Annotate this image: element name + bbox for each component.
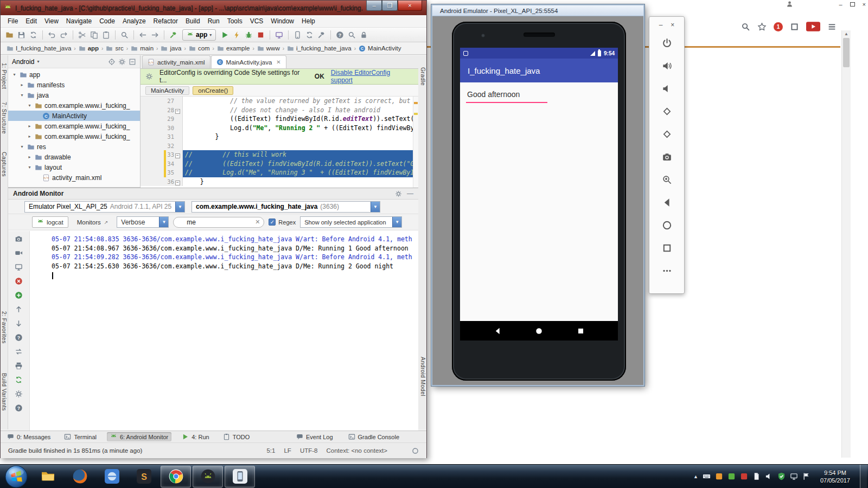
expand-arrow-icon[interactable]: ▸ bbox=[19, 82, 25, 87]
menu-refactor[interactable]: Refactor bbox=[150, 16, 182, 26]
wrap-button[interactable] bbox=[14, 346, 24, 356]
project-view-selector[interactable]: Android bbox=[12, 58, 34, 66]
lock-button[interactable] bbox=[358, 29, 369, 41]
tool-tab-0-messages[interactable]: 0: Messages bbox=[4, 432, 54, 441]
screen-record-button[interactable] bbox=[14, 248, 24, 258]
gradle-sync-button[interactable] bbox=[304, 29, 315, 41]
editor-crumb[interactable]: MainActivity bbox=[145, 86, 189, 95]
emulator-camera-button[interactable] bbox=[656, 146, 678, 168]
minimize-panel-icon[interactable]: — bbox=[407, 190, 413, 197]
expand-arrow-icon[interactable]: ▾ bbox=[11, 72, 17, 77]
tool-tab-todo[interactable]: TODO bbox=[220, 432, 253, 441]
back-button[interactable] bbox=[137, 29, 149, 41]
taskbar-firefox-button[interactable] bbox=[65, 466, 95, 487]
nav-home-button[interactable] bbox=[535, 327, 543, 335]
expand-arrow-icon[interactable]: ▾ bbox=[27, 165, 33, 170]
help-button[interactable]: ? bbox=[14, 332, 24, 342]
stop-button[interactable] bbox=[255, 29, 266, 41]
bolt-button[interactable] bbox=[231, 29, 242, 41]
tree-item[interactable]: ▸ com.example.www.i_fucking_ bbox=[8, 131, 140, 142]
menu-window[interactable]: Window bbox=[267, 16, 298, 26]
breadcrumb-item[interactable]: i_fucking_hate_java bbox=[286, 45, 352, 52]
forward-button[interactable] bbox=[149, 29, 161, 41]
tool-button--structure[interactable]: 7: Structure bbox=[1, 102, 8, 134]
scope-icon[interactable] bbox=[108, 58, 116, 66]
regex-checkbox[interactable]: ✓ Regex bbox=[269, 219, 296, 226]
breadcrumb-item[interactable]: com bbox=[188, 45, 210, 52]
line-separator[interactable]: LF bbox=[284, 447, 291, 454]
menu-vcs[interactable]: VCS bbox=[246, 16, 267, 26]
save-button[interactable] bbox=[16, 29, 27, 41]
gear-icon[interactable] bbox=[118, 58, 126, 66]
collapse-all-icon[interactable] bbox=[129, 58, 136, 66]
log-level-selector[interactable]: Verbose ▼ bbox=[117, 216, 169, 228]
scrollbar-thumb[interactable] bbox=[843, 38, 850, 67]
youtube-icon[interactable] bbox=[806, 22, 820, 31]
emulator-rotate-left-button[interactable] bbox=[656, 100, 678, 122]
editor-tab[interactable]: CMainActivity.java✕ bbox=[211, 55, 286, 68]
undo-button[interactable] bbox=[46, 29, 58, 41]
breadcrumb-item[interactable]: example bbox=[216, 45, 250, 52]
browser-scrollbar[interactable]: ▲ bbox=[841, 30, 851, 458]
emulator-zoom-button[interactable] bbox=[656, 169, 678, 190]
breadcrumb-item[interactable]: app bbox=[78, 45, 99, 52]
close-tab-icon[interactable]: ✕ bbox=[276, 59, 280, 65]
tree-item[interactable]: ▸ com.example.www.i_fucking_ bbox=[8, 121, 140, 131]
fold-marker[interactable]: − bbox=[174, 150, 181, 159]
gear-icon[interactable] bbox=[395, 190, 402, 197]
screenshot-button[interactable] bbox=[14, 234, 24, 243]
extension-icon[interactable] bbox=[790, 22, 799, 31]
emulator-overview-button[interactable] bbox=[656, 237, 678, 259]
find-button[interactable] bbox=[119, 29, 130, 41]
editor-tab[interactable]: </>activity_main.xml bbox=[142, 55, 210, 68]
help2-button[interactable]: ? bbox=[14, 403, 24, 413]
volume-icon[interactable] bbox=[765, 472, 773, 480]
caret-position[interactable]: 5:1 bbox=[266, 447, 275, 454]
tray-clock[interactable]: 9:54 PM 07/05/2017 bbox=[815, 469, 856, 484]
fold-marker[interactable]: − bbox=[174, 106, 181, 115]
avd-button[interactable] bbox=[292, 29, 303, 41]
hidden-items-icon[interactable]: ▲ bbox=[693, 474, 698, 479]
expand-arrow-icon[interactable]: ▸ bbox=[27, 124, 33, 129]
tree-item[interactable]: </> activity_main.xml bbox=[8, 172, 140, 183]
close-button[interactable] bbox=[14, 276, 24, 286]
lock-icon[interactable] bbox=[396, 447, 403, 454]
tool-tab-terminal[interactable]: Terminal bbox=[61, 432, 100, 441]
clear-search-icon[interactable]: ✕ bbox=[255, 219, 260, 226]
tool-tab-4-run[interactable]: 4: Run bbox=[178, 432, 212, 441]
dropdown-arrow-icon[interactable]: ▼ bbox=[175, 202, 184, 212]
tool-button--project[interactable]: 1: Project bbox=[1, 63, 8, 89]
print-button[interactable] bbox=[14, 361, 24, 370]
tool-tab-gradle-console[interactable]: Gradle Console bbox=[345, 432, 403, 441]
profile-person-icon[interactable] bbox=[786, 1, 793, 9]
expand-arrow-icon[interactable]: ▾ bbox=[19, 144, 25, 149]
nav-overview-button[interactable] bbox=[577, 327, 585, 335]
emulator-back-button[interactable] bbox=[656, 191, 678, 213]
tool-button-build-variants[interactable]: Build Variants bbox=[1, 373, 8, 411]
tree-item[interactable]: ▾ app bbox=[8, 69, 140, 80]
monitor-button[interactable] bbox=[273, 29, 285, 41]
dropdown-arrow-icon[interactable]: ▼ bbox=[392, 217, 401, 227]
gauge-icon[interactable] bbox=[412, 447, 419, 454]
document-icon[interactable] bbox=[752, 472, 761, 480]
search-button[interactable] bbox=[346, 29, 358, 41]
expand-arrow-icon[interactable]: ▸ bbox=[27, 155, 33, 159]
expand-arrow-icon[interactable]: ▾ bbox=[27, 103, 33, 108]
run-config-selector[interactable]: app▾ bbox=[182, 29, 216, 41]
dropdown-arrow-icon[interactable]: ▼ bbox=[371, 202, 380, 212]
copy-button[interactable] bbox=[88, 29, 100, 41]
device-selector[interactable]: Emulator Pixel_XL_API_25 Android 7.1.1, … bbox=[24, 201, 185, 213]
sync-button[interactable] bbox=[28, 29, 39, 41]
taskbar-chrome-button[interactable] bbox=[161, 466, 191, 487]
tool-tab-6-android-monitor[interactable]: 6: Android Monitor bbox=[107, 432, 171, 441]
taskbar-explorer-button[interactable] bbox=[33, 466, 63, 487]
open-button[interactable] bbox=[4, 29, 15, 41]
notification-flag-icon[interactable] bbox=[802, 472, 810, 480]
cut-button[interactable] bbox=[76, 29, 88, 41]
edittext-value[interactable]: Good afternoon bbox=[467, 90, 520, 99]
tool-button-gradle[interactable]: Gradle bbox=[418, 67, 426, 86]
maximize-button[interactable]: ❐ bbox=[382, 1, 398, 11]
menu-build[interactable]: Build bbox=[182, 16, 204, 26]
emulator-volume-up-button[interactable] bbox=[656, 55, 678, 76]
taskbar-blue-app-button[interactable] bbox=[97, 466, 127, 487]
